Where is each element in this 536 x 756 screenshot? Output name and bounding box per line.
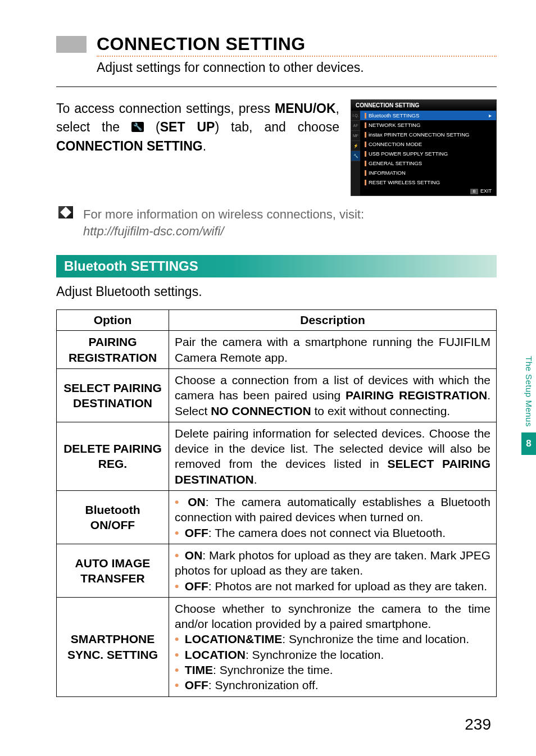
side-badge: 8 <box>521 432 536 455</box>
th-option: Option <box>57 310 169 331</box>
table-row: Bluetooth ON/OFF• ON: The camera automat… <box>57 491 497 544</box>
page-number: 239 <box>465 716 491 734</box>
menu-tab: I.Q. <box>351 111 360 121</box>
table-row: SELECT PAIRING DESTINATIONChoose a conne… <box>57 368 497 422</box>
table-row: PAIRING REGISTRATIONPair the camera with… <box>57 331 497 369</box>
menu-screenshot: CONNECTION SETTING I.Q. AF MF ⌂ ⚡ 🔧 Blue… <box>351 99 497 196</box>
settings-table: Option Description PAIRING REGISTRATIONP… <box>56 309 497 696</box>
option-cell: DELETE PAIRING REG. <box>57 422 169 490</box>
section-desc: Adjust Bluetooth settings. <box>56 284 497 299</box>
menu-item-bluetooth: Bluetooth SETTINGS▸ <box>360 111 496 120</box>
table-row: SMARTPHONE SYNC. SETTINGChoose whether t… <box>57 597 497 696</box>
desc-cell: • ON: Mark photos for upload as they are… <box>169 544 497 597</box>
note-line1: For more information on wireless connect… <box>83 207 364 221</box>
table-row: AUTO IMAGE TRANSFER• ON: Mark photos for… <box>57 544 497 597</box>
option-cell: Bluetooth ON/OFF <box>57 491 169 544</box>
menu-item: USB POWER SUPPLY SETTING <box>360 149 496 158</box>
page-subtitle: Adjust settings for connection to other … <box>97 60 497 75</box>
page-title: CONNECTION SETTING <box>97 34 497 54</box>
menu-tabs: I.Q. AF MF ⌂ ⚡ 🔧 <box>351 111 360 195</box>
dotted-rule <box>97 56 497 57</box>
menu-item: INFORMATION <box>360 168 496 177</box>
section-heading: Bluetooth SETTINGS <box>56 255 497 277</box>
note-url: http://fujifilm-dsc.com/wifi/ <box>83 224 224 238</box>
menu-item: NETWORK SETTING <box>360 120 496 130</box>
side-label: The Setup Menus <box>522 354 536 429</box>
wrench-icon: 🔧 <box>131 122 144 132</box>
menu-item: CONNECTION MODE <box>360 139 496 149</box>
option-cell: SMARTPHONE SYNC. SETTING <box>57 597 169 696</box>
desc-cell: Choose a connection from a list of devic… <box>169 368 497 422</box>
menu-tab: AF MF <box>351 121 360 131</box>
page-title-row: CONNECTION SETTING Adjust settings for c… <box>56 34 497 82</box>
back-icon: B <box>470 189 478 194</box>
menu-tab: ⌂ <box>351 131 360 141</box>
note-block: For more information on wireless connect… <box>56 206 497 239</box>
option-cell: PAIRING REGISTRATION <box>57 331 169 369</box>
menu-item: instax PRINTER CONNECTION SETTING <box>360 130 496 139</box>
menu-tab-setup: 🔧 <box>351 151 360 161</box>
side-tab: The Setup Menus 8 <box>521 354 536 455</box>
desc-cell: Delete pairing information for selected … <box>169 422 497 490</box>
menu-header: CONNECTION SETTING <box>351 100 496 111</box>
desc-cell: Pair the camera with a smartphone runnin… <box>169 331 497 369</box>
title-decor <box>56 36 87 53</box>
menu-item: RESET WIRELESS SETTING <box>360 177 496 187</box>
menu-item: GENERAL SETTINGS <box>360 158 496 168</box>
table-row: DELETE PAIRING REG.Delete pairing inform… <box>57 422 497 490</box>
option-cell: SELECT PAIRING DESTINATION <box>57 368 169 422</box>
th-desc: Description <box>169 310 497 331</box>
intro-text: To access connection settings, press MEN… <box>56 99 339 156</box>
desc-cell: • ON: The camera automatically establish… <box>169 491 497 544</box>
tip-icon <box>58 206 74 220</box>
horizontal-rule <box>56 86 497 87</box>
menu-list: Bluetooth SETTINGS▸ NETWORK SETTING inst… <box>360 111 496 195</box>
desc-cell: Choose whether to synchronize the camera… <box>169 597 497 696</box>
menu-tab: ⚡ <box>351 141 360 151</box>
option-cell: AUTO IMAGE TRANSFER <box>57 544 169 597</box>
chevron-right-icon: ▸ <box>489 112 492 119</box>
menu-footer: BEXIT <box>360 187 496 195</box>
